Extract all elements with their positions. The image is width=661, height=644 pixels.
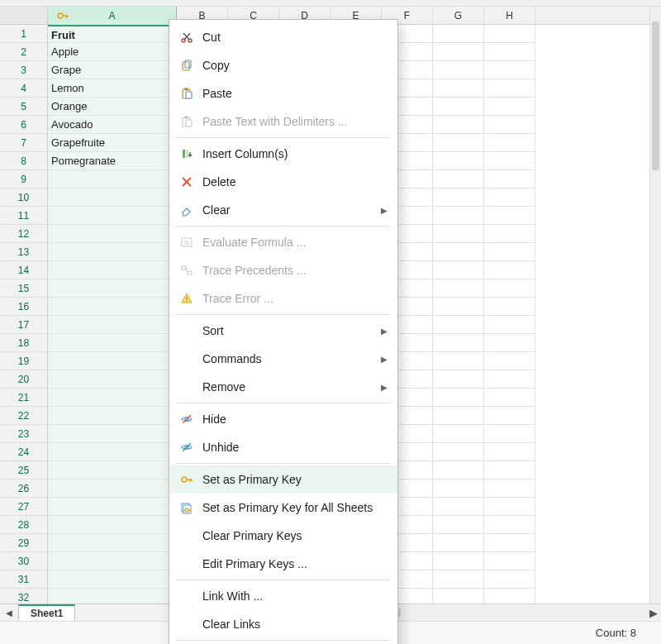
cell[interactable]: Grapefruite	[48, 134, 177, 152]
cell[interactable]	[433, 116, 484, 134]
cell[interactable]	[484, 225, 535, 243]
row-number[interactable]: 22	[0, 407, 47, 425]
cell[interactable]	[484, 370, 535, 389]
cell[interactable]	[433, 98, 484, 116]
row-number[interactable]: 17	[0, 316, 47, 334]
sheet-tab-1[interactable]: Sheet1	[18, 604, 75, 621]
menu-link-with[interactable]: Link With ...	[169, 582, 397, 610]
menu-set-primary-key[interactable]: Set as Primary Key	[169, 465, 397, 494]
cell[interactable]	[433, 425, 484, 443]
row-number[interactable]: 4	[0, 79, 47, 98]
cell[interactable]	[433, 334, 484, 352]
cell[interactable]	[433, 152, 484, 170]
cell[interactable]	[48, 570, 177, 589]
cell[interactable]	[484, 570, 535, 589]
cell[interactable]	[484, 352, 535, 370]
cell[interactable]	[484, 298, 535, 316]
cell[interactable]	[484, 261, 535, 279]
cell[interactable]	[484, 516, 535, 534]
cell[interactable]	[433, 443, 484, 461]
cell[interactable]	[48, 225, 177, 243]
row-number[interactable]: 13	[0, 243, 47, 261]
cell[interactable]	[433, 79, 484, 98]
cell[interactable]	[484, 498, 535, 516]
row-number[interactable]: 9	[0, 170, 47, 188]
cell[interactable]	[484, 79, 535, 98]
scroll-thumb[interactable]	[652, 21, 659, 170]
cell[interactable]	[48, 243, 177, 261]
row-number[interactable]: 27	[0, 498, 47, 516]
cell[interactable]	[48, 170, 177, 188]
column-header-H[interactable]: H	[484, 7, 535, 25]
cell[interactable]	[48, 188, 177, 207]
cell[interactable]	[48, 298, 177, 316]
cell[interactable]: Grape	[48, 61, 177, 79]
cell[interactable]	[484, 279, 535, 298]
cell[interactable]	[484, 479, 535, 498]
row-number[interactable]: 5	[0, 98, 47, 116]
cell[interactable]	[433, 516, 484, 534]
row-number[interactable]: 1	[0, 25, 47, 43]
cell[interactable]	[433, 316, 484, 334]
cell[interactable]	[484, 534, 535, 552]
cell[interactable]	[433, 279, 484, 298]
row-number[interactable]: 28	[0, 516, 47, 534]
menu-copy[interactable]: Copy	[169, 51, 397, 79]
row-number[interactable]: 30	[0, 552, 47, 570]
cell[interactable]	[433, 207, 484, 225]
cell[interactable]	[433, 61, 484, 79]
cell[interactable]	[484, 116, 535, 134]
menu-commands[interactable]: Commands ▶	[169, 345, 397, 373]
menu-remove[interactable]: Remove ▶	[169, 373, 397, 401]
cell[interactable]: Apple	[48, 43, 177, 61]
tab-nav-prev[interactable]: ◄	[0, 604, 18, 621]
cell[interactable]	[484, 552, 535, 570]
cell[interactable]	[433, 389, 484, 407]
cell[interactable]	[433, 479, 484, 498]
cell[interactable]	[484, 316, 535, 334]
cell[interactable]	[48, 461, 177, 479]
row-number[interactable]: 2	[0, 43, 47, 61]
row-number[interactable]: 25	[0, 461, 47, 479]
cell[interactable]	[48, 334, 177, 352]
cell[interactable]	[433, 298, 484, 316]
cell[interactable]	[433, 261, 484, 279]
cell[interactable]	[48, 407, 177, 425]
cell[interactable]	[484, 407, 535, 425]
cell[interactable]: Avocado	[48, 116, 177, 134]
menu-unhide[interactable]: Unhide	[169, 433, 397, 461]
cell[interactable]: Pomegranate	[48, 152, 177, 170]
row-number[interactable]: 21	[0, 389, 47, 407]
cell[interactable]	[484, 43, 535, 61]
cell[interactable]	[433, 170, 484, 188]
row-number[interactable]: 15	[0, 279, 47, 298]
cell[interactable]	[48, 261, 177, 279]
cell[interactable]	[484, 25, 535, 43]
cell[interactable]	[48, 552, 177, 570]
row-number[interactable]: 14	[0, 261, 47, 279]
cell[interactable]	[484, 134, 535, 152]
row-number[interactable]: 20	[0, 370, 47, 389]
cell[interactable]	[433, 188, 484, 207]
row-number[interactable]: 10	[0, 188, 47, 207]
menu-clear-links[interactable]: Clear Links	[169, 610, 397, 638]
row-number[interactable]: 11	[0, 207, 47, 225]
menu-delete[interactable]: Delete	[169, 168, 397, 196]
cell[interactable]	[48, 279, 177, 298]
cell[interactable]	[433, 570, 484, 589]
cell[interactable]	[48, 389, 177, 407]
column-header-G[interactable]: G	[433, 7, 484, 25]
row-number[interactable]: 16	[0, 298, 47, 316]
menu-clear[interactable]: Clear ▶	[169, 196, 397, 224]
row-number[interactable]: 18	[0, 334, 47, 352]
cell[interactable]	[433, 134, 484, 152]
cell[interactable]	[484, 188, 535, 207]
cell[interactable]	[484, 152, 535, 170]
vertical-scrollbar[interactable]	[649, 7, 661, 619]
cell[interactable]	[48, 498, 177, 516]
menu-set-primary-key-all[interactable]: Set as Primary Key for All Sheets	[169, 494, 397, 522]
cell[interactable]	[484, 443, 535, 461]
cell[interactable]	[48, 516, 177, 534]
cell[interactable]	[484, 425, 535, 443]
cell[interactable]: Fruit	[48, 25, 177, 43]
